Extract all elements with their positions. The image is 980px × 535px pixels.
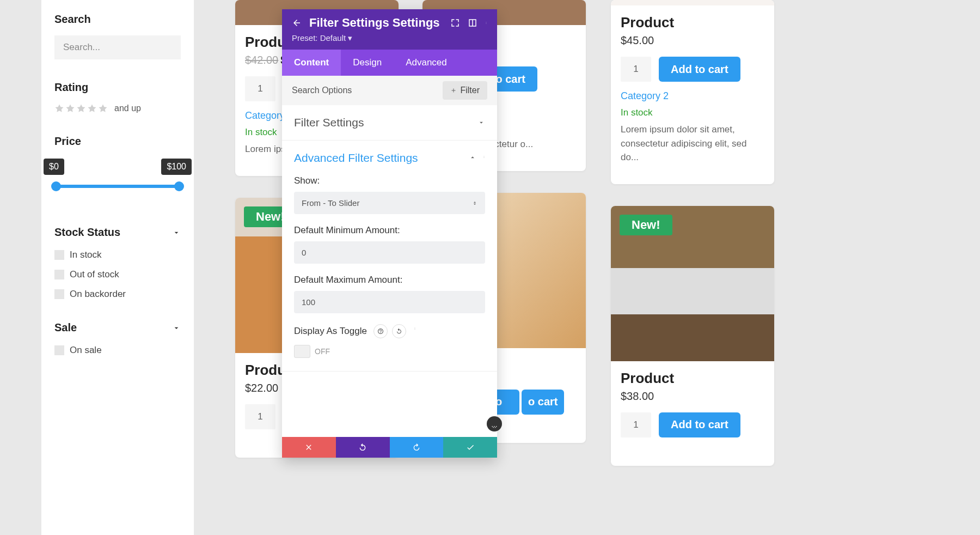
svg-point-0 bbox=[486, 22, 487, 23]
search-heading: Search bbox=[54, 13, 181, 26]
add-to-cart-button[interactable]: o cart bbox=[522, 390, 564, 415]
svg-point-7 bbox=[415, 329, 415, 329]
save-button[interactable] bbox=[443, 437, 497, 458]
chevron-down-icon bbox=[477, 119, 485, 126]
switch-track bbox=[294, 345, 310, 358]
reset-icon bbox=[396, 328, 402, 335]
slider-thumb-max[interactable] bbox=[174, 181, 184, 191]
checkbox-icon bbox=[54, 289, 64, 299]
slider-track[interactable] bbox=[54, 185, 181, 188]
resize-handle[interactable] bbox=[487, 416, 502, 431]
product-image[interactable]: New! bbox=[611, 206, 774, 361]
search-options-row: Search Options Filter bbox=[282, 76, 497, 105]
stock-option-backorder[interactable]: On backorder bbox=[54, 289, 181, 300]
price-min-label: $0 bbox=[44, 159, 64, 175]
cancel-button[interactable] bbox=[282, 437, 336, 458]
add-filter-button[interactable]: Filter bbox=[443, 81, 487, 100]
rating-heading: Rating bbox=[54, 81, 181, 94]
rating-filter[interactable]: and up bbox=[54, 104, 181, 113]
product-card: New! Product $38.00 1 Add to cart bbox=[611, 206, 774, 466]
preset-label[interactable]: Preset: Default ▾ bbox=[292, 33, 487, 43]
chevron-down-icon bbox=[172, 228, 181, 237]
qty-input[interactable]: 1 bbox=[621, 57, 651, 82]
undo-icon bbox=[358, 443, 367, 452]
qty-input[interactable]: 1 bbox=[245, 76, 275, 101]
search-box[interactable] bbox=[54, 35, 181, 59]
min-input[interactable] bbox=[294, 241, 485, 264]
toggle-switch[interactable]: OFF bbox=[294, 345, 485, 358]
price-max-label: $100 bbox=[161, 159, 192, 175]
price-slider[interactable]: $0 $100 bbox=[54, 159, 181, 188]
help-button[interactable] bbox=[373, 324, 388, 338]
svg-point-3 bbox=[484, 156, 485, 157]
modal-title: Filter Settings Settings bbox=[309, 16, 443, 30]
qty-input[interactable]: 1 bbox=[621, 412, 651, 437]
check-icon bbox=[466, 443, 475, 452]
redo-icon bbox=[412, 443, 421, 452]
chevron-up-icon bbox=[469, 154, 476, 161]
advanced-filter-section[interactable]: Advanced Filter Settings bbox=[282, 141, 497, 175]
stock-status: In stock bbox=[621, 107, 764, 118]
stock-option-in[interactable]: In stock bbox=[54, 250, 181, 260]
sale-section-header[interactable]: Sale bbox=[54, 321, 181, 334]
expand-icon[interactable] bbox=[450, 18, 460, 28]
star-icon bbox=[98, 104, 108, 113]
stock-option-out[interactable]: Out of stock bbox=[54, 269, 181, 280]
panel-icon[interactable] bbox=[468, 18, 477, 28]
reset-button[interactable] bbox=[392, 324, 406, 338]
tab-content[interactable]: Content bbox=[282, 50, 341, 76]
star-icon bbox=[76, 104, 86, 113]
slider-thumb-min[interactable] bbox=[51, 181, 61, 191]
tab-design[interactable]: Design bbox=[341, 50, 394, 76]
resize-icon bbox=[490, 420, 499, 428]
svg-point-5 bbox=[484, 157, 485, 158]
qty-input[interactable]: 1 bbox=[245, 404, 275, 429]
close-icon bbox=[304, 443, 313, 452]
product-desc: Lorem ipsum dolor sit amet, consectetur … bbox=[621, 123, 764, 165]
tab-advanced[interactable]: Advanced bbox=[394, 50, 459, 76]
chevron-down-icon bbox=[172, 324, 181, 332]
svg-point-2 bbox=[486, 23, 487, 24]
star-icon bbox=[54, 104, 64, 113]
stock-section-header[interactable]: Stock Status bbox=[54, 226, 181, 239]
settings-modal: Filter Settings Settings Preset: Default… bbox=[282, 9, 497, 458]
redo-button[interactable] bbox=[390, 437, 444, 458]
max-label: Default Maximum Amount: bbox=[294, 275, 485, 285]
product-card: Product $45.00 1 Add to cart Category 2 … bbox=[611, 0, 774, 184]
add-to-cart-button[interactable]: Add to cart bbox=[659, 57, 740, 82]
advanced-filter-body: Show: From - To Slider Default Minimum A… bbox=[282, 175, 497, 371]
select-arrows-icon bbox=[472, 199, 477, 207]
svg-point-8 bbox=[415, 329, 415, 330]
search-input[interactable] bbox=[63, 42, 179, 53]
sale-option-onsale[interactable]: On sale bbox=[54, 345, 181, 356]
svg-point-4 bbox=[484, 157, 485, 157]
search-options-label[interactable]: Search Options bbox=[292, 86, 443, 95]
filter-settings-section[interactable]: Filter Settings bbox=[282, 105, 497, 140]
more-vert-icon[interactable] bbox=[485, 18, 487, 28]
svg-point-1 bbox=[486, 23, 487, 23]
toggle-label: Display As Toggle bbox=[294, 326, 367, 337]
max-input[interactable] bbox=[294, 291, 485, 313]
star-icon bbox=[65, 104, 75, 113]
old-price: $42.00 bbox=[245, 54, 278, 66]
undo-button[interactable] bbox=[336, 437, 390, 458]
checkbox-icon bbox=[54, 270, 64, 279]
show-select[interactable]: From - To Slider bbox=[294, 192, 485, 214]
min-label: Default Minimum Amount: bbox=[294, 225, 485, 236]
price-heading: Price bbox=[54, 135, 181, 148]
help-icon bbox=[377, 328, 384, 335]
new-badge: New! bbox=[620, 215, 672, 235]
modal-header[interactable]: Filter Settings Settings Preset: Default… bbox=[282, 9, 497, 50]
product-image[interactable] bbox=[611, 0, 774, 5]
checkbox-icon bbox=[54, 250, 64, 260]
add-to-cart-button[interactable]: Add to cart bbox=[659, 412, 740, 437]
back-icon[interactable] bbox=[292, 18, 302, 28]
rating-suffix: and up bbox=[114, 104, 141, 113]
modal-tabs: Content Design Advanced bbox=[282, 50, 497, 76]
category-link[interactable]: Category 2 bbox=[621, 90, 764, 102]
stock-options: In stock Out of stock On backorder bbox=[54, 250, 181, 300]
stock-heading: Stock Status bbox=[54, 226, 120, 239]
more-vert-icon[interactable] bbox=[483, 153, 485, 161]
sale-heading: Sale bbox=[54, 321, 77, 334]
more-button[interactable] bbox=[411, 324, 419, 338]
